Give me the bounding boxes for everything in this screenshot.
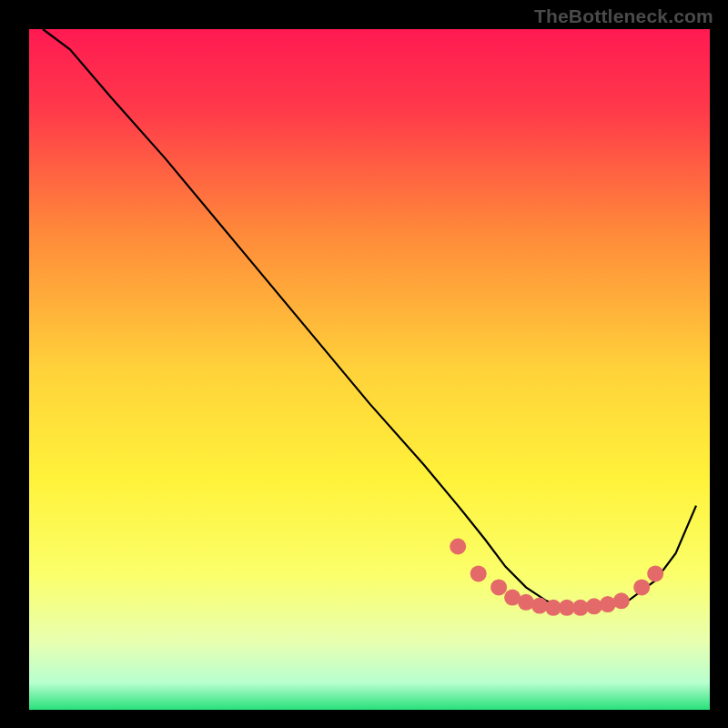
highlight-dot [647, 565, 663, 581]
highlight-dot [450, 539, 466, 555]
watermark-text: TheBottleneck.com [534, 5, 713, 27]
highlight-dot [490, 579, 507, 595]
highlight-dot [633, 579, 650, 595]
chart-frame: TheBottleneck.com [0, 0, 728, 728]
highlight-dot [613, 592, 630, 609]
bottleneck-chart [0, 0, 728, 728]
highlight-dot [600, 596, 616, 612]
highlight-dot [518, 594, 534, 611]
highlight-dot [470, 565, 487, 581]
